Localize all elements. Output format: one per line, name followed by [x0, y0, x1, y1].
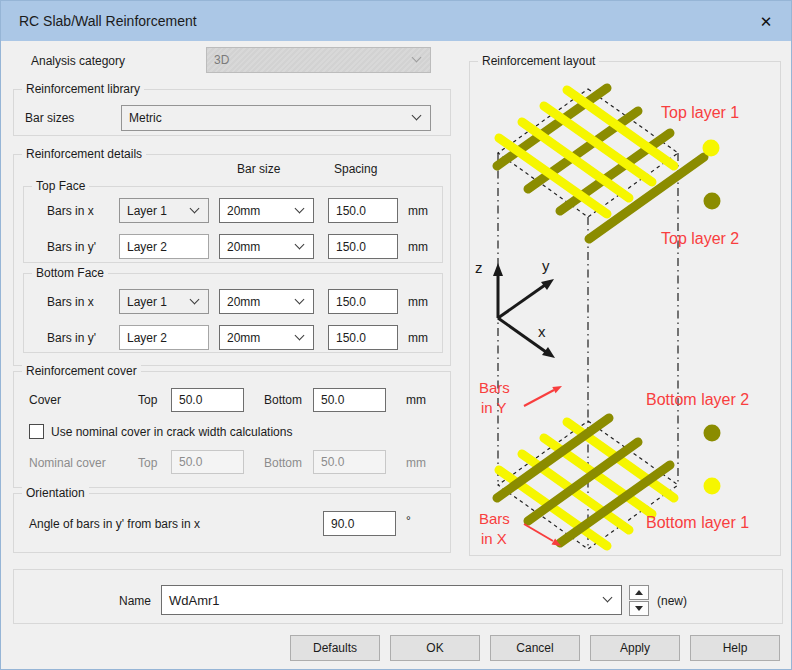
bottom-bars-in-x-label: Bars in x: [47, 295, 94, 309]
top-bars-in-y-spacing-input[interactable]: 150.0: [328, 234, 398, 259]
analysis-category-dropdown: 3D: [206, 47, 431, 73]
nominal-top-label: Top: [138, 456, 157, 470]
bottom-layer-2-dot: [704, 425, 721, 442]
reinforcement-layout-group: Reinforcement layout: [469, 61, 781, 556]
bar-sizes-dropdown[interactable]: Metric: [121, 105, 431, 131]
name-label: Name: [119, 594, 151, 608]
top-layer-2-label: Top layer 2: [661, 230, 739, 247]
top-layer-1-label: Top layer 1: [661, 104, 739, 121]
bottom-bars-in-y-label: Bars in y': [47, 331, 96, 345]
top-bars-in-x-layer-dropdown[interactable]: Layer 1: [119, 198, 209, 223]
bottom-layer-1-label: Bottom layer 1: [646, 514, 749, 531]
bottom-bars-in-y-size-dropdown[interactable]: 20mm: [219, 325, 314, 350]
axes-arrowheads: [493, 263, 555, 358]
unit-label: mm: [408, 331, 428, 345]
name-status-badge: (new): [657, 594, 687, 608]
angle-input[interactable]: 90.0: [323, 511, 396, 536]
unit-label: mm: [406, 393, 426, 407]
reinforcement-layout-diagram: z y x Top layer 1 Top layer 2 Bottom lay…: [470, 62, 780, 555]
bars-in-y-label-line1: Bars: [479, 379, 510, 396]
chevron-down-icon: [295, 294, 305, 304]
nominal-bottom-input: 50.0: [313, 450, 386, 474]
name-combo[interactable]: WdAmr1: [161, 585, 622, 615]
bottom-layer-2-bars: [497, 418, 670, 543]
analysis-category-label: Analysis category: [31, 54, 125, 68]
bars-in-y-label-line2: in Y: [481, 399, 507, 416]
top-bars-in-x-spacing-input[interactable]: 150.0: [328, 198, 398, 223]
rc-slab-wall-reinforcement-dialog: RC Slab/Wall Reinforcement ✕ Analysis ca…: [0, 0, 792, 670]
bars-direction-labels: Bars in Y Bars in X: [479, 379, 510, 547]
ok-button[interactable]: OK: [390, 635, 480, 661]
top-bars-in-y-size-dropdown[interactable]: 20mm: [219, 234, 314, 259]
bar-sizes-label: Bar sizes: [25, 111, 74, 125]
apply-button[interactable]: Apply: [590, 635, 680, 661]
chevron-down-icon: [295, 330, 305, 340]
spacing-column-header: Spacing: [334, 162, 377, 176]
bottom-bars-in-x-spacing-input[interactable]: 150.0: [328, 289, 398, 314]
chevron-down-icon: [295, 239, 305, 249]
top-layer-1-dot: [703, 140, 720, 157]
cover-label: Cover: [29, 393, 61, 407]
bars-in-x-label-line1: Bars: [479, 510, 510, 527]
axis-z-label: z: [475, 259, 483, 276]
cover-bottom-input[interactable]: 50.0: [313, 388, 386, 412]
chevron-down-icon: [190, 294, 200, 304]
axes: [498, 273, 546, 352]
top-bars-in-x-size-dropdown[interactable]: 20mm: [219, 198, 314, 223]
unit-label: mm: [408, 295, 428, 309]
cover-bottom-label: Bottom: [264, 393, 302, 407]
arrow-down-icon: [635, 606, 643, 611]
chevron-down-icon: [412, 53, 422, 63]
axis-y-label: y: [542, 257, 550, 274]
group-caption: Top Face: [32, 179, 89, 194]
bars-in-x-label-line2: in X: [481, 530, 507, 547]
group-caption: Bottom Face: [32, 266, 108, 281]
degree-unit-label: °: [406, 514, 411, 528]
group-caption: Orientation: [22, 486, 89, 501]
nominal-cover-label: Nominal cover: [29, 456, 106, 470]
unit-label: mm: [408, 204, 428, 218]
group-caption: Reinforcement cover: [22, 364, 141, 379]
cover-top-input[interactable]: 50.0: [171, 388, 244, 412]
cancel-button[interactable]: Cancel: [490, 635, 580, 661]
group-caption: Reinforcement library: [22, 82, 144, 97]
nominal-cover-checkbox[interactable]: [29, 424, 44, 439]
unit-label: mm: [408, 240, 428, 254]
unit-label: mm: [406, 456, 426, 470]
bar-size-column-header: Bar size: [237, 162, 280, 176]
bottom-bars-in-y-spacing-input[interactable]: 150.0: [328, 325, 398, 350]
bottom-bars-in-x-layer-dropdown[interactable]: Layer 1: [119, 289, 209, 314]
bottom-bars-in-y-layer-field: Layer 2: [119, 325, 209, 350]
top-bars-in-x-label: Bars in x: [47, 204, 94, 218]
cover-top-label: Top: [138, 393, 157, 407]
chevron-down-icon: [412, 111, 422, 121]
close-icon[interactable]: ✕: [753, 10, 779, 34]
bottom-layer-1-dot: [704, 478, 721, 495]
top-layer-2-dot: [704, 193, 721, 210]
top-bars-in-y-label: Bars in y': [47, 240, 96, 254]
name-spinner-up-button[interactable]: [629, 585, 649, 600]
bottom-layer-2-label: Bottom layer 2: [646, 391, 749, 408]
angle-label: Angle of bars in y' from bars in x: [29, 517, 200, 531]
chevron-down-icon: [295, 203, 305, 213]
arrow-up-icon: [635, 590, 643, 595]
help-button[interactable]: Help: [690, 635, 780, 661]
annotation-arrowheads: [552, 386, 563, 546]
nominal-top-input: 50.0: [171, 450, 244, 474]
window-title: RC Slab/Wall Reinforcement: [19, 13, 197, 29]
nominal-cover-checkbox-label: Use nominal cover in crack width calcula…: [51, 425, 292, 439]
axis-x-label: x: [538, 323, 546, 340]
top-bars-in-y-layer-field: Layer 2: [119, 234, 209, 259]
nominal-bottom-label: Bottom: [264, 456, 302, 470]
title-bar: RC Slab/Wall Reinforcement: [1, 1, 791, 41]
group-caption: Reinforcement details: [22, 147, 146, 162]
chevron-down-icon: [603, 593, 613, 603]
name-spinner-down-button[interactable]: [629, 601, 649, 616]
defaults-button[interactable]: Defaults: [290, 635, 380, 661]
chevron-down-icon: [190, 203, 200, 213]
bottom-bars-in-x-size-dropdown[interactable]: 20mm: [219, 289, 314, 314]
